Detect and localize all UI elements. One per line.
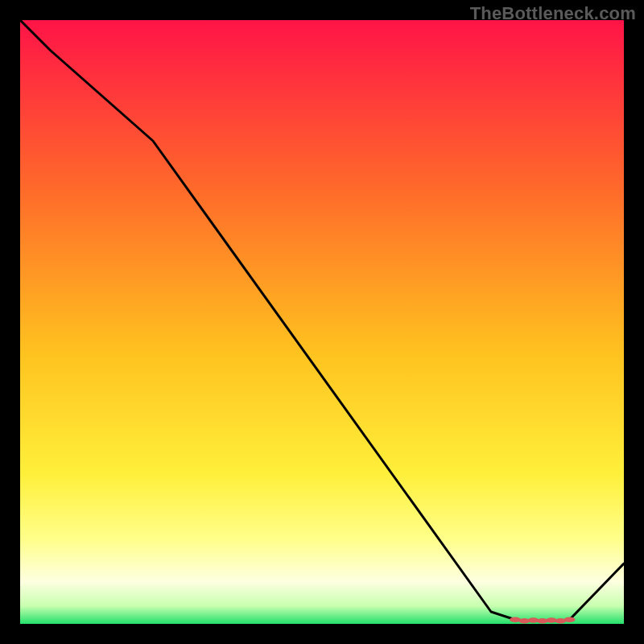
- chart-svg: [20, 20, 624, 624]
- series-marker: [564, 617, 576, 622]
- chart-stage: TheBottleneck.com: [0, 0, 644, 644]
- chart-plot: [20, 20, 624, 624]
- chart-gradient-background: [20, 20, 624, 624]
